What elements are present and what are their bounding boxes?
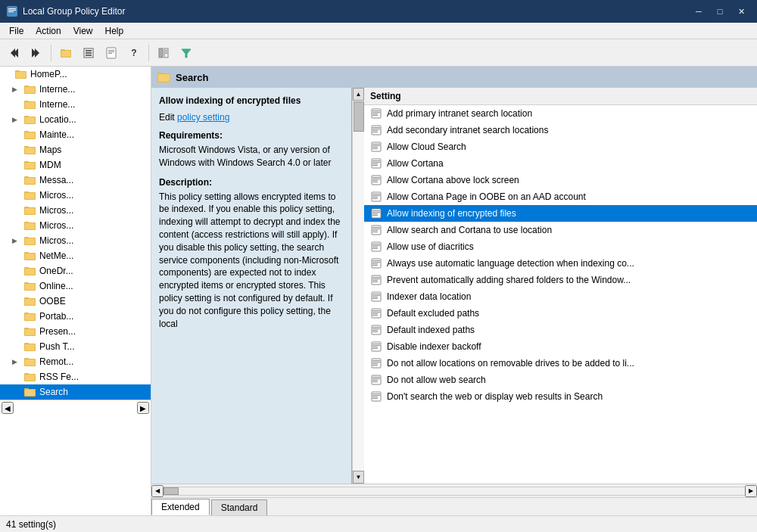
menu-item-view[interactable]: View bbox=[67, 24, 99, 38]
tree-item[interactable]: Messa... bbox=[0, 173, 151, 188]
tree-item[interactable]: Micros... bbox=[0, 188, 151, 203]
svg-rect-147 bbox=[372, 280, 378, 281]
tree-item[interactable]: Presen... bbox=[0, 324, 151, 339]
svg-rect-132 bbox=[372, 230, 378, 231]
help-button[interactable]: ? bbox=[123, 42, 145, 64]
settings-item[interactable]: Do not allow web search bbox=[364, 372, 757, 388]
description-body: This policy setting allows encrypted ite… bbox=[159, 191, 344, 331]
tree-item[interactable]: ▶ Locatio... bbox=[0, 112, 151, 127]
show-hide-button[interactable] bbox=[153, 42, 174, 64]
tree-item[interactable]: OneDr... bbox=[0, 263, 151, 278]
requirements-section: Requirements: Microsoft Windows Vista, o… bbox=[159, 130, 344, 170]
folder-icon bbox=[24, 296, 36, 306]
svg-rect-153 bbox=[372, 298, 378, 299]
svg-rect-128 bbox=[372, 215, 378, 216]
tree-scroll-right[interactable]: ▶ bbox=[137, 402, 149, 414]
settings-item[interactable]: Allow search and Cortana to use location bbox=[364, 222, 757, 238]
tree-scroll-left[interactable]: ◀ bbox=[2, 402, 14, 414]
hscroll-left[interactable]: ◀ bbox=[151, 485, 164, 497]
view-list-button[interactable] bbox=[78, 42, 99, 64]
settings-item[interactable]: Don't search the web or display web resu… bbox=[364, 388, 757, 405]
tree-item[interactable]: HomeP... bbox=[0, 67, 151, 82]
menu-item-action[interactable]: Action bbox=[30, 24, 67, 38]
settings-item[interactable]: Default indexed paths bbox=[364, 322, 757, 338]
tree-item[interactable]: RSS Fe... bbox=[0, 369, 151, 384]
settings-item[interactable]: Do not allow locations on removable driv… bbox=[364, 355, 757, 372]
tree-item-label: Search bbox=[39, 387, 68, 397]
setting-icon bbox=[370, 374, 382, 386]
filter-button[interactable] bbox=[176, 42, 197, 64]
tree-item[interactable]: MDM bbox=[0, 157, 151, 173]
tree-item[interactable]: Search bbox=[0, 384, 151, 400]
svg-rect-2 bbox=[8, 10, 16, 11]
desc-scroll-thumb[interactable] bbox=[354, 101, 364, 132]
open-button[interactable] bbox=[55, 42, 76, 64]
minimize-button[interactable]: ─ bbox=[689, 4, 709, 19]
policy-setting-link[interactable]: policy setting bbox=[177, 112, 229, 123]
desc-scroll-down[interactable]: ▼ bbox=[353, 471, 364, 484]
menu-item-help[interactable]: Help bbox=[99, 24, 130, 38]
svg-rect-182 bbox=[372, 397, 378, 397]
settings-item[interactable]: Prevent automatically adding shared fold… bbox=[364, 272, 757, 288]
settings-item[interactable]: Allow indexing of encrypted files bbox=[364, 205, 757, 222]
app-icon bbox=[6, 5, 18, 17]
settings-item[interactable]: Allow Cortana bbox=[364, 155, 757, 172]
settings-item[interactable]: Allow Cortana above lock screen bbox=[364, 172, 757, 188]
desc-scroll-up[interactable]: ▲ bbox=[353, 88, 364, 101]
settings-item[interactable]: Allow Cloud Search bbox=[364, 138, 757, 155]
maximize-button[interactable]: □ bbox=[710, 4, 730, 19]
tree-item[interactable]: ▶ Interne... bbox=[0, 82, 151, 97]
settings-item[interactable]: Always use automatic language detection … bbox=[364, 255, 757, 272]
svg-rect-98 bbox=[372, 115, 378, 116]
tree-item[interactable]: Portab... bbox=[0, 309, 151, 324]
desc-scrollbar: ▲ ▼ bbox=[352, 88, 364, 484]
svg-rect-148 bbox=[372, 282, 378, 282]
tree-item[interactable]: Online... bbox=[0, 278, 151, 294]
svg-rect-112 bbox=[372, 163, 378, 164]
toolbar-separator-1 bbox=[51, 45, 51, 61]
settings-item[interactable]: Add primary intranet search location bbox=[364, 105, 757, 122]
tree-item-label: Interne... bbox=[39, 99, 75, 110]
tree-item[interactable]: Interne... bbox=[0, 97, 151, 112]
svg-rect-75 bbox=[25, 314, 35, 320]
tab-standard[interactable]: Standard bbox=[211, 499, 268, 515]
svg-rect-22 bbox=[165, 51, 167, 52]
tree-item-label: Presen... bbox=[39, 326, 76, 337]
menu-item-file[interactable]: File bbox=[3, 24, 30, 38]
tree-expander[interactable]: ▶ bbox=[12, 237, 24, 244]
svg-rect-142 bbox=[372, 263, 378, 264]
tree-item[interactable]: Micros... bbox=[0, 218, 151, 233]
svg-rect-13 bbox=[86, 52, 92, 54]
tree-item[interactable]: ▶ Remot... bbox=[0, 354, 151, 369]
settings-item[interactable]: Add secondary intranet search locations bbox=[364, 122, 757, 138]
svg-rect-57 bbox=[25, 223, 35, 229]
hscroll-right[interactable]: ▶ bbox=[745, 485, 757, 497]
tree-item[interactable]: NetMe... bbox=[0, 248, 151, 263]
tree-expander[interactable]: ▶ bbox=[12, 116, 24, 123]
tree-expander[interactable]: ▶ bbox=[12, 358, 24, 366]
tree-item[interactable]: Mainte... bbox=[0, 127, 151, 142]
tree-item[interactable]: ▶ Micros... bbox=[0, 233, 151, 248]
settings-item[interactable]: Allow use of diacritics bbox=[364, 238, 757, 255]
settings-item[interactable]: Disable indexer backoff bbox=[364, 338, 757, 355]
tree-item[interactable]: OOBE bbox=[0, 294, 151, 309]
svg-rect-113 bbox=[372, 165, 378, 166]
tree-item[interactable]: Micros... bbox=[0, 203, 151, 218]
settings-item[interactable]: Default excluded paths bbox=[364, 305, 757, 322]
forward-button[interactable] bbox=[26, 42, 47, 64]
setting-label: Do not allow web search bbox=[387, 375, 486, 385]
tree-expander[interactable]: ▶ bbox=[12, 86, 24, 93]
tab-extended[interactable]: Extended bbox=[151, 499, 210, 515]
edit-link-line: Edit policy setting bbox=[159, 112, 344, 123]
tree-item[interactable]: Push T... bbox=[0, 339, 151, 354]
close-button[interactable]: ✕ bbox=[731, 4, 751, 19]
svg-rect-178 bbox=[372, 381, 378, 382]
setting-label: Prevent automatically adding shared fold… bbox=[387, 275, 631, 285]
back-button[interactable] bbox=[3, 42, 24, 64]
settings-item[interactable]: Indexer data location bbox=[364, 288, 757, 305]
folder-icon bbox=[24, 372, 36, 382]
settings-item[interactable]: Allow Cortana Page in OOBE on an AAD acc… bbox=[364, 188, 757, 205]
hscroll-thumb[interactable] bbox=[164, 487, 179, 495]
tree-item[interactable]: Maps bbox=[0, 142, 151, 157]
properties-button[interactable] bbox=[101, 42, 122, 64]
